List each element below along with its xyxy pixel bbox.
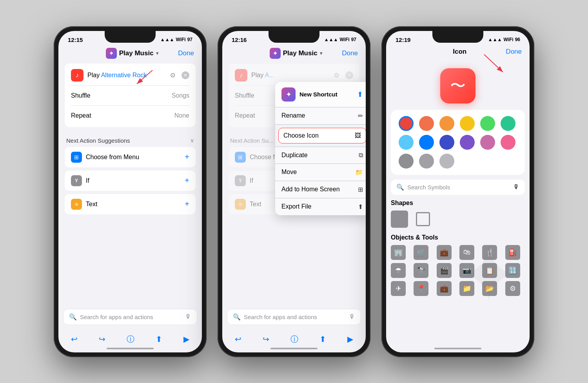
time-3: 12:19 <box>396 36 410 43</box>
color-green[interactable] <box>480 116 495 131</box>
nav-title-2: ✦ Play Music ▾ <box>270 48 322 59</box>
tool-send[interactable]: ✈ <box>391 281 406 296</box>
play-btn-2[interactable]: ▶ <box>347 334 353 344</box>
color-mid-gray[interactable] <box>419 154 434 169</box>
repeat-value-1[interactable]: None <box>174 112 189 119</box>
action-text-2: Play A... <box>251 72 274 79</box>
arrow-annotation-1 <box>125 66 156 90</box>
play-btn-1[interactable]: ▶ <box>183 334 189 344</box>
info-btn-1[interactable]: ⓘ <box>127 334 134 345</box>
color-pink-purple[interactable] <box>480 135 495 150</box>
shortcuts-app-icon-1: ✦ <box>106 48 117 59</box>
search-bar-2[interactable]: 🔍 Search for apps and actions 🎙 <box>227 309 361 325</box>
move-icon: 📁 <box>355 169 363 176</box>
action-close-1[interactable]: ✕ <box>181 71 189 79</box>
color-purple[interactable] <box>460 135 475 150</box>
svg-line-1 <box>137 70 152 84</box>
wifi-icon-1: WiFi <box>176 37 185 42</box>
duplicate-label: Duplicate <box>281 152 308 159</box>
menu-add-home[interactable]: Add to Home Screen ⊞ <box>275 181 366 198</box>
tool-cart[interactable]: 🛒 <box>414 245 428 260</box>
export-label: Export File <box>281 203 311 210</box>
nav-done-2[interactable]: Done <box>342 49 358 57</box>
menu-export[interactable]: Export File ⬆ <box>275 198 366 215</box>
tool-umbrella[interactable]: ☂ <box>391 263 406 278</box>
section-chevron-1[interactable]: ∨ <box>190 137 194 143</box>
play-icon-1: ♪ <box>71 69 83 82</box>
tool-fuel[interactable]: ⛽ <box>505 245 520 260</box>
action-chevron-1[interactable]: ⊙ <box>170 71 175 79</box>
tool-folder2[interactable]: 📂 <box>482 281 497 296</box>
shortcuts-app-icon-2: ✦ <box>270 48 281 59</box>
text-plus[interactable]: + <box>185 200 189 209</box>
color-indigo[interactable] <box>439 135 454 150</box>
menu-share-icon[interactable]: ⬆ <box>357 90 363 99</box>
color-dark-gray[interactable] <box>399 154 414 169</box>
search-symbols-mic[interactable]: 🎙 <box>513 183 519 191</box>
tool-folder[interactable]: 📁 <box>459 281 474 296</box>
search-symbols[interactable]: 🔍 Search Symbols 🎙 <box>391 180 525 195</box>
notch-2 <box>269 31 319 43</box>
tool-briefcase[interactable]: 💼 <box>437 245 452 260</box>
time-2: 12:16 <box>232 36 247 43</box>
tool-location[interactable]: 📍 <box>414 281 428 296</box>
nav-chevron-2[interactable]: ▾ <box>320 51 322 56</box>
if-plus[interactable]: + <box>185 176 189 185</box>
color-lightblue[interactable] <box>399 135 414 150</box>
color-light-gray[interactable] <box>439 154 454 169</box>
move-label: Move <box>281 169 297 176</box>
undo-btn-2[interactable]: ↩ <box>235 334 241 344</box>
color-red[interactable] <box>399 116 414 131</box>
tool-fork[interactable]: 🍴 <box>482 245 497 260</box>
wifi-icon-3: WiFi <box>503 37 513 42</box>
redo-btn-1[interactable]: ↪ <box>99 334 105 344</box>
search-placeholder-1: Search for apps and actions <box>80 314 182 320</box>
share-btn-2[interactable]: ⬆ <box>319 334 326 344</box>
shape-square-filled[interactable] <box>391 211 408 228</box>
action-row-2: ♪ Play A... ⊙ ✕ <box>235 69 353 82</box>
color-pink[interactable] <box>501 135 515 150</box>
mic-icon-1[interactable]: 🎙 <box>185 313 191 320</box>
tool-camera[interactable]: 📷 <box>459 263 474 278</box>
context-menu: ✦ New Shortcut ⬆ Rename ✏ Choose Icon 🖼 <box>275 82 366 215</box>
tool-calculator[interactable]: 🔢 <box>505 263 520 278</box>
repeat-label-1: Repeat <box>71 112 91 119</box>
suggestion-choose-menu[interactable]: ⊞ Choose from Menu + <box>65 147 196 167</box>
nav-app-name-2: Play Music <box>283 49 318 57</box>
status-icons-3: ▲▲▲ WiFi 96 <box>488 37 520 42</box>
shape-square-outline[interactable] <box>414 211 432 228</box>
tool-settings-folder[interactable]: ⚙ <box>505 281 520 296</box>
menu-duplicate[interactable]: Duplicate ⧉ <box>275 147 366 163</box>
tool-bag[interactable]: 🛍 <box>459 245 474 260</box>
info-btn-2[interactable]: ⓘ <box>290 334 298 345</box>
menu-title: New Shortcut <box>299 91 353 98</box>
menu-move[interactable]: Move 📁 <box>275 164 366 181</box>
tool-case[interactable]: 💼 <box>437 281 452 296</box>
shuffle-value-1[interactable]: Songs <box>172 92 189 99</box>
battery-3: 96 <box>515 37 520 42</box>
undo-btn-1[interactable]: ↩ <box>71 334 78 344</box>
redo-btn-2[interactable]: ↪ <box>263 334 269 344</box>
color-blue[interactable] <box>419 135 434 150</box>
mic-icon-2[interactable]: 🎙 <box>349 313 355 320</box>
color-salmon[interactable] <box>419 116 434 131</box>
tool-binoculars[interactable]: 🔭 <box>414 263 428 278</box>
search-bar-1[interactable]: 🔍 Search for apps and actions 🎙 <box>63 309 197 325</box>
suggestion-text[interactable]: ≡ Text + <box>65 194 196 214</box>
color-teal[interactable] <box>501 116 515 131</box>
color-orange[interactable] <box>439 116 454 131</box>
menu-rename[interactable]: Rename ✏ <box>275 107 366 124</box>
nav-done-1[interactable]: Done <box>178 49 194 57</box>
duplicate-icon: ⧉ <box>359 152 363 159</box>
choose-menu-plus[interactable]: + <box>185 152 189 162</box>
menu-choose-icon[interactable]: Choose Icon 🖼 <box>278 128 366 143</box>
color-yellow[interactable] <box>460 116 475 131</box>
choose-icon-label: Choose Icon <box>283 132 319 139</box>
share-btn-1[interactable]: ⬆ <box>156 334 162 344</box>
suggestion-if[interactable]: Y If + <box>65 171 196 191</box>
nav-bar-1: ✦ Play Music ▾ Done <box>58 45 202 64</box>
nav-chevron-1[interactable]: ▾ <box>156 51 158 56</box>
tool-doc[interactable]: 📋 <box>482 263 497 278</box>
tool-film[interactable]: 🎬 <box>437 263 452 278</box>
tool-building[interactable]: 🏢 <box>391 245 406 260</box>
